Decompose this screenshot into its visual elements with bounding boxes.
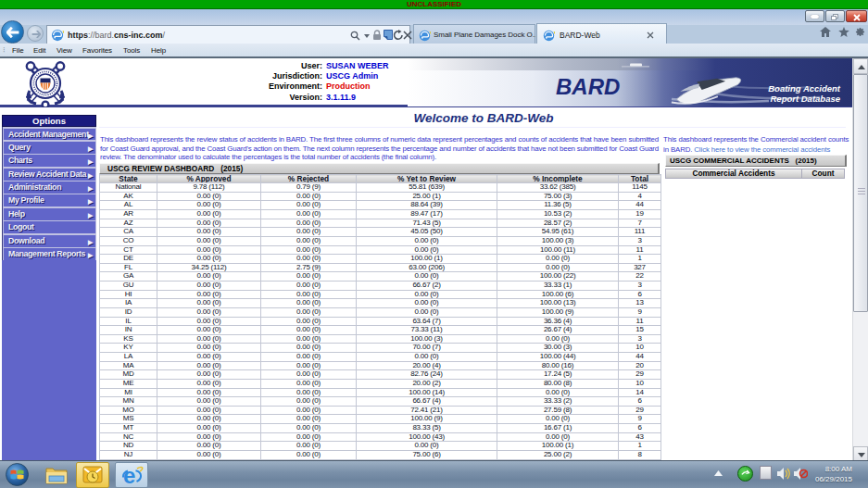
svg-text:e: e: [123, 464, 135, 488]
svg-text:Boating Accident: Boating Accident: [768, 83, 841, 94]
svg-text:BARD: BARD: [556, 74, 620, 99]
svg-text:Report Database: Report Database: [771, 94, 841, 104]
